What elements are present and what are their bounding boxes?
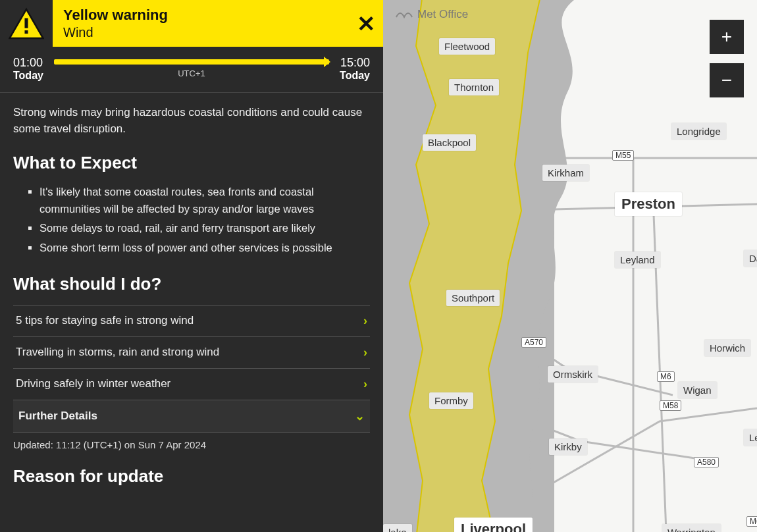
end-day: Today [340, 70, 370, 82]
place-label: Preston [615, 192, 682, 216]
place-label: Wigan [678, 382, 717, 398]
minus-icon: − [721, 70, 732, 91]
end-time: 15:00 [340, 56, 370, 70]
chevron-right-icon: › [363, 377, 367, 391]
warning-header: Yellow warning Wind ✕ [0, 0, 383, 47]
place-label: Liverpool [454, 518, 533, 532]
place-label: Formby [429, 392, 473, 409]
what-should-i-do-heading: What should I do? [13, 274, 370, 294]
met-office-icon [395, 8, 413, 21]
start-day: Today [13, 70, 43, 82]
plus-icon: + [721, 26, 732, 47]
expect-list: It's likely that some coastal routes, se… [13, 184, 370, 256]
place-label: Leigh [744, 429, 757, 446]
place-label: Leyland [615, 252, 660, 268]
place-label: Blackpool [423, 134, 476, 151]
place-label: lake [383, 524, 412, 532]
expect-item: Some delays to road, rail, air and ferry… [39, 220, 370, 237]
close-icon: ✕ [357, 11, 375, 36]
road-label: M6 [746, 516, 757, 527]
chevron-right-icon: › [363, 346, 367, 359]
map-canvas[interactable]: Met Office + − FleetwoodThorntonBlackpoo… [383, 0, 757, 532]
road-label: A580 [694, 457, 719, 467]
svg-rect-1 [24, 18, 28, 28]
warning-title-bar: Yellow warning Wind ✕ [53, 0, 383, 47]
place-label: Kirkham [542, 165, 589, 181]
warning-level: Yellow warning [63, 7, 373, 24]
attribution-label: Met Office [417, 8, 468, 21]
place-label: Ormskirk [548, 366, 598, 383]
advice-link-driving-winter[interactable]: Driving safely in winter weather › [13, 369, 370, 400]
start-time: 01:00 [13, 56, 43, 70]
chevron-right-icon: › [363, 314, 367, 328]
link-label: Further Details [18, 410, 97, 423]
advice-link-travelling-storms[interactable]: Travelling in storms, rain and strong wi… [13, 337, 370, 369]
reason-for-update-heading: Reason for update [13, 466, 370, 487]
close-button[interactable]: ✕ [357, 13, 375, 35]
road-label: M55 [612, 150, 634, 161]
zoom-controls: + − [710, 20, 744, 97]
map-attribution: Met Office [395, 8, 468, 21]
svg-rect-2 [24, 30, 28, 34]
warning-panel: Yellow warning Wind ✕ 01:00 Today UTC+1 … [0, 0, 383, 532]
time-progress-bar [54, 59, 329, 65]
place-label: Kirkby [549, 439, 587, 455]
place-label: Longridge [671, 123, 726, 140]
link-label: Driving safely in winter weather [16, 377, 170, 390]
warning-triangle-icon [0, 0, 53, 47]
what-to-expect-heading: What to Expect [13, 153, 370, 173]
zoom-out-button[interactable]: − [710, 63, 744, 97]
link-label: Travelling in storms, rain and strong wi… [16, 346, 219, 359]
further-details-toggle[interactable]: Further Details ⌄ [13, 400, 370, 433]
expect-item: Some short term loss of power and other … [39, 240, 370, 257]
road-label: M58 [660, 400, 681, 411]
place-label: Thornton [449, 79, 499, 95]
place-label: Southport [446, 290, 500, 306]
place-label: Horwich [704, 340, 750, 356]
advice-link-safe-wind[interactable]: 5 tips for staying safe in strong wind › [13, 306, 370, 337]
place-label: Warrington [662, 524, 721, 532]
warning-type: Wind [63, 25, 373, 40]
zoom-in-button[interactable]: + [710, 20, 744, 54]
timezone-label: UTC+1 [178, 68, 205, 78]
updated-timestamp: Updated: 11:12 (UTC+1) on Sun 7 Apr 2024 [13, 433, 370, 454]
time-range: 01:00 Today UTC+1 15:00 Today [0, 47, 383, 93]
road-label: M6 [657, 371, 675, 382]
place-label: Fleetwood [439, 38, 495, 55]
warning-summary: Strong winds may bring hazardous coastal… [13, 105, 370, 137]
chevron-down-icon: ⌄ [355, 409, 365, 423]
place-label: Da [744, 250, 757, 267]
advice-links: 5 tips for staying safe in strong wind ›… [13, 305, 370, 433]
link-label: 5 tips for staying safe in strong wind [16, 314, 194, 327]
road-label: A570 [521, 337, 546, 348]
expect-item: It's likely that some coastal routes, se… [39, 184, 370, 217]
